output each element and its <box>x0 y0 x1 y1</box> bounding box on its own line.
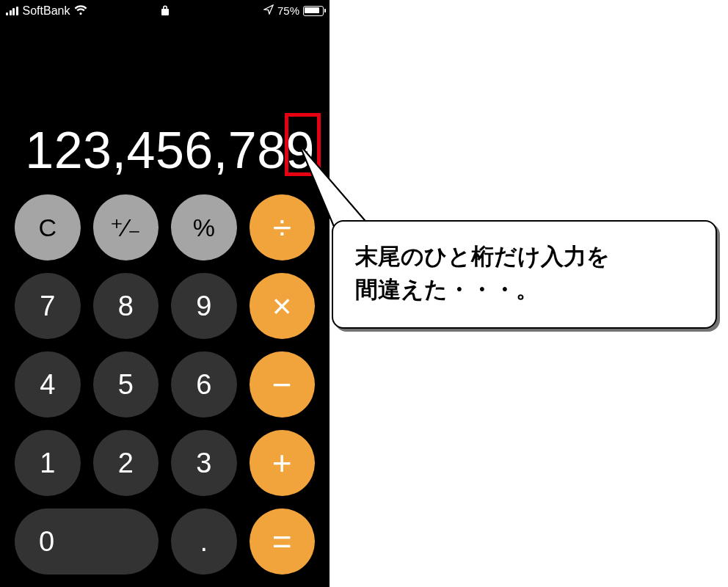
digit-2-button[interactable]: 2 <box>93 430 159 496</box>
plus-button[interactable]: + <box>250 430 316 496</box>
minus-button[interactable]: − <box>250 351 316 418</box>
digit-9-button[interactable]: 9 <box>171 273 237 339</box>
digit-6-button[interactable]: 6 <box>171 351 237 418</box>
wifi-icon <box>74 5 87 18</box>
multiply-button[interactable]: × <box>250 273 316 339</box>
decimal-button[interactable]: . <box>171 508 236 575</box>
digit-3-button[interactable]: 3 <box>171 430 237 496</box>
calculator-display: 123,456,789 <box>25 121 315 180</box>
percent-button[interactable]: % <box>171 194 237 260</box>
battery-icon <box>303 6 324 16</box>
battery-percent: 75% <box>277 4 299 17</box>
digit-7-button[interactable]: 7 <box>15 273 81 339</box>
signal-icon <box>6 7 18 15</box>
digit-0-button[interactable]: 0 <box>15 508 159 575</box>
sign-button[interactable]: ⁺∕₋ <box>93 194 159 260</box>
digit-5-button[interactable]: 5 <box>93 351 159 418</box>
carrier-label: SoftBank <box>23 4 70 18</box>
digit-1-button[interactable]: 1 <box>15 430 81 496</box>
digit-8-button[interactable]: 8 <box>93 273 159 339</box>
callout: 末尾のひと桁だけ入力を 間違えた・・・。 <box>332 220 717 329</box>
digit-4-button[interactable]: 4 <box>15 351 81 418</box>
status-bar: SoftBank 75% <box>0 3 330 23</box>
equals-button[interactable]: = <box>250 508 315 575</box>
location-icon <box>263 4 274 17</box>
clear-button[interactable]: C <box>15 194 81 260</box>
lock-icon <box>161 4 170 19</box>
callout-text: 末尾のひと桁だけ入力を 間違えた・・・。 <box>332 220 717 329</box>
phone-screen: SoftBank 75% 123,456,789 C ⁺∕₋ % ÷ 7 8 <box>0 0 330 587</box>
keypad: C ⁺∕₋ % ÷ 7 8 9 × 4 5 6 − 1 2 3 + 0 . = <box>0 194 330 587</box>
divide-button[interactable]: ÷ <box>250 194 316 260</box>
